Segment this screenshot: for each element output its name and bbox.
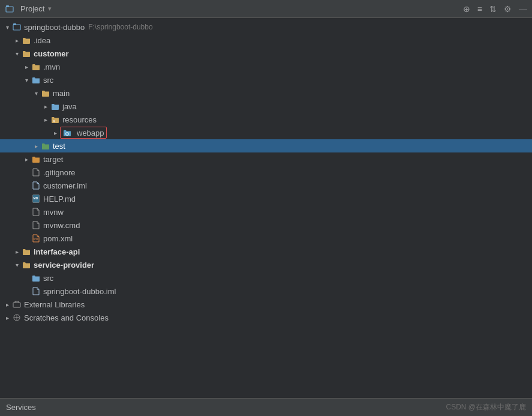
tree-label-mvnw: mvnw — [43, 208, 64, 217]
tree-label-customer-iml: customer.iml — [43, 181, 87, 190]
tree-arrow-test[interactable] — [31, 141, 41, 151]
tree-label-interface-api: interface-api — [34, 247, 80, 256]
file-tree[interactable]: springboot-dubboF:\springboot-dubbo.idea… — [0, 18, 532, 398]
tree-arrow-main[interactable] — [31, 88, 41, 98]
tree-arrow-java[interactable] — [41, 101, 50, 111]
tree-arrow-external-libraries[interactable] — [2, 300, 12, 309]
tree-item-src2[interactable]: src — [0, 271, 532, 285]
webapp-highlight-box: webapp — [60, 127, 107, 139]
tree-arrow-scratches[interactable] — [2, 313, 12, 322]
tree-label-mvnw-cmd: mvnw.cmd — [43, 221, 80, 230]
tree-label-mvn: .mvn — [43, 62, 60, 71]
tree-icon-target — [31, 154, 41, 164]
tree-arrow-interface-api[interactable] — [12, 247, 22, 256]
project-icon — [5, 4, 14, 14]
tree-icon-mvn — [31, 62, 41, 71]
tree-arrow-mvn[interactable] — [22, 62, 31, 71]
collapse-btn[interactable]: ⇅ — [489, 4, 497, 14]
svg-rect-9 — [13, 303, 20, 307]
tree-icon-mvnw — [31, 207, 41, 217]
svg-rect-0 — [6, 7, 13, 12]
tree-icon-customer-iml — [31, 181, 41, 190]
tree-label-java: java — [62, 102, 77, 111]
tree-item-src[interactable]: src — [0, 73, 532, 86]
tree-item-main[interactable]: main — [0, 86, 532, 100]
tree-icon-src — [31, 75, 41, 85]
tree-item-external-libraries[interactable]: External Libraries — [0, 298, 532, 311]
tree-item-service-provider[interactable]: service-provider — [0, 258, 532, 271]
tree-icon-customer — [22, 49, 31, 58]
tree-arrow-idea[interactable] — [12, 35, 22, 45]
tree-arrow-src[interactable] — [22, 75, 31, 85]
bottom-bar: Services CSDN @在森林中魔了鹿 — [0, 398, 532, 416]
tree-icon-resources: R — [50, 115, 60, 124]
tree-icon-idea — [22, 35, 31, 45]
svg-text:MD: MD — [34, 196, 38, 200]
title-bar-left: Project ▾ — [5, 4, 52, 14]
tree-item-mvnw-cmd[interactable]: mvnw.cmd — [0, 219, 532, 232]
settings-btn[interactable]: ⚙ — [504, 4, 512, 14]
tree-label-scratches: Scratches and Consoles — [24, 313, 109, 322]
tree-item-mvnw[interactable]: mvnw — [0, 205, 532, 219]
tree-label-main: main — [53, 89, 70, 98]
tree-arrow-customer[interactable] — [12, 49, 22, 58]
scroll-btn[interactable]: ≡ — [477, 4, 482, 14]
tree-label-webapp: webapp — [77, 128, 104, 137]
main-content: springboot-dubboF:\springboot-dubbo.idea… — [0, 18, 532, 398]
svg-text:xml: xml — [34, 238, 38, 241]
services-tab[interactable]: Services — [6, 403, 36, 412]
minimize-btn[interactable]: — — [519, 4, 527, 14]
tree-item-springboot-dubbo-iml[interactable]: springboot-dubbo.iml — [0, 285, 532, 298]
tree-item-pom-xml[interactable]: xmlpom.xml — [0, 232, 532, 245]
tree-icon-main — [41, 88, 50, 98]
tree-icon-src2 — [31, 273, 41, 283]
tree-icon-mvnw-cmd — [31, 220, 41, 230]
tree-icon-service-provider — [22, 260, 31, 270]
tree-icon-gitignore — [31, 167, 41, 177]
title-dropdown-arrow[interactable]: ▾ — [48, 5, 52, 13]
tree-path-springboot-dubbo: F:\springboot-dubbo — [88, 23, 152, 31]
tree-icon-java — [50, 101, 60, 111]
tree-label-springboot-dubbo: springboot-dubbo — [24, 23, 85, 32]
tree-item-webapp[interactable]: webapp — [0, 126, 532, 139]
tree-icon-springboot-dubbo-iml — [31, 286, 41, 296]
svg-rect-3 — [13, 23, 16, 25]
watermark: CSDN @在森林中魔了鹿 — [446, 402, 526, 412]
tree-item-customer-iml[interactable]: customer.iml — [0, 179, 532, 192]
tree-label-target: target — [43, 155, 63, 164]
tree-label-resources: resources — [62, 115, 97, 124]
tree-item-help-md[interactable]: MDHELP.md — [0, 192, 532, 205]
svg-text:R: R — [53, 119, 56, 123]
tree-icon-webapp — [62, 128, 72, 137]
tree-label-test: test — [53, 142, 65, 151]
tree-icon-springboot-dubbo — [12, 22, 22, 32]
tree-item-target[interactable]: target — [0, 152, 532, 166]
tree-label-springboot-dubbo-iml: springboot-dubbo.iml — [43, 287, 116, 296]
tree-icon-test — [41, 141, 50, 151]
tree-item-scratches[interactable]: Scratches and Consoles — [0, 311, 532, 324]
tree-item-resources[interactable]: Rresources — [0, 113, 532, 126]
tree-icon-interface-api — [22, 247, 31, 256]
tree-icon-external-libraries — [12, 300, 22, 309]
tree-arrow-target[interactable] — [22, 154, 31, 164]
tree-item-java[interactable]: java — [0, 100, 532, 113]
tree-item-springboot-dubbo[interactable]: springboot-dubboF:\springboot-dubbo — [0, 20, 532, 34]
tree-item-interface-api[interactable]: interface-api — [0, 245, 532, 258]
tree-item-customer[interactable]: customer — [0, 47, 532, 60]
tree-label-customer: customer — [34, 49, 69, 58]
tree-arrow-webapp[interactable] — [50, 128, 60, 137]
title-bar-right: ⊕ ≡ ⇅ ⚙ — — [463, 4, 527, 14]
tree-label-help-md: HELP.md — [43, 194, 76, 203]
tree-arrow-springboot-dubbo[interactable] — [2, 22, 12, 32]
locate-btn[interactable]: ⊕ — [463, 4, 470, 14]
tree-item-mvn[interactable]: .mvn — [0, 60, 532, 73]
tree-icon-scratches — [12, 313, 22, 322]
tree-arrow-resources[interactable] — [41, 115, 50, 124]
tree-item-test[interactable]: test — [0, 139, 532, 152]
tree-label-pom-xml: pom.xml — [43, 234, 73, 243]
tree-arrow-service-provider[interactable] — [12, 260, 22, 270]
tree-item-gitignore[interactable]: .gitignore — [0, 166, 532, 179]
title-text: Project — [20, 4, 44, 13]
svg-rect-1 — [6, 5, 9, 7]
tree-item-idea[interactable]: .idea — [0, 34, 532, 47]
